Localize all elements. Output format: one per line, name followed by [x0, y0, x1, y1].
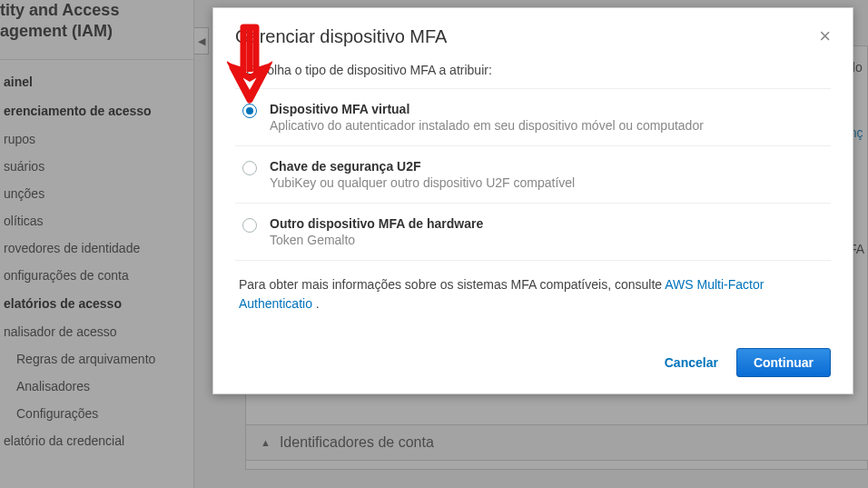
- option-desc: Aplicativo do autenticador instalado em …: [270, 118, 704, 133]
- continue-button[interactable]: Continuar: [736, 348, 831, 377]
- sidebar-item-dashboard[interactable]: ainel: [0, 67, 193, 96]
- sidebar-item-credential-report[interactable]: elatório da credencial: [0, 427, 193, 454]
- sidebar-item-settings[interactable]: Configurações: [0, 400, 193, 427]
- sidebar-collapse-toggle[interactable]: ◀: [194, 27, 209, 55]
- sidebar-item-archive-rules[interactable]: Regras de arquivamento: [0, 345, 193, 373]
- radio-selected-icon[interactable]: [242, 104, 257, 118]
- sidebar-section-access-reports: elatórios de acesso: [0, 289, 193, 318]
- option-desc: Token Gemalto: [270, 233, 483, 247]
- caret-up-icon: ▲: [261, 437, 271, 448]
- sidebar: tity and Access agement (IAM) ainel eren…: [0, 0, 194, 488]
- close-icon[interactable]: ×: [819, 25, 831, 48]
- mfa-option-u2f[interactable]: Chave de segurança U2F YubiKey ou qualqu…: [235, 146, 831, 204]
- sidebar-section-access-mgmt: erenciamento de acesso: [0, 96, 193, 125]
- option-label: Outro dispositivo MFA de hardware: [270, 216, 483, 231]
- service-title: tity and Access agement (IAM): [0, 0, 193, 52]
- modal-subtitle: Escolha o tipo de dispositivo MFA a atri…: [235, 63, 831, 77]
- sidebar-item-identity-providers[interactable]: rovedores de identidade: [0, 234, 193, 262]
- cancel-button[interactable]: Cancelar: [665, 355, 718, 370]
- modal-title: Gerenciar dispositivo MFA: [235, 26, 447, 47]
- sidebar-item-access-analyzer[interactable]: nalisador de acesso: [0, 318, 193, 345]
- sidebar-item-groups[interactable]: rupos: [0, 125, 193, 153]
- option-label: Chave de segurança U2F: [270, 159, 575, 174]
- sidebar-item-account-settings[interactable]: onfigurações de conta: [0, 262, 193, 289]
- sidebar-item-users[interactable]: suários: [0, 153, 193, 180]
- sidebar-item-roles[interactable]: unções: [0, 180, 193, 207]
- sidebar-item-policies[interactable]: olíticas: [0, 207, 193, 234]
- mfa-option-hardware[interactable]: Outro dispositivo MFA de hardware Token …: [235, 204, 831, 261]
- radio-icon[interactable]: [242, 218, 257, 233]
- sidebar-item-analyzers[interactable]: Analisadores: [0, 373, 193, 400]
- account-identifiers-label: Identificadores de conta: [280, 434, 434, 451]
- mfa-device-modal: Gerenciar dispositivo MFA × Escolha o ti…: [212, 7, 853, 394]
- option-label: Dispositivo MFA virtual: [270, 102, 704, 116]
- mfa-option-list: Dispositivo MFA virtual Aplicativo do au…: [235, 88, 831, 261]
- option-desc: YubiKey ou qualquer outro dispositivo U2…: [270, 175, 575, 190]
- more-info-text: Para obter mais informações sobre os sis…: [235, 261, 831, 317]
- mfa-option-virtual[interactable]: Dispositivo MFA virtual Aplicativo do au…: [235, 89, 831, 146]
- account-identifiers-accordion[interactable]: ▲ Identificadores de conta: [245, 424, 868, 461]
- radio-icon[interactable]: [242, 161, 257, 175]
